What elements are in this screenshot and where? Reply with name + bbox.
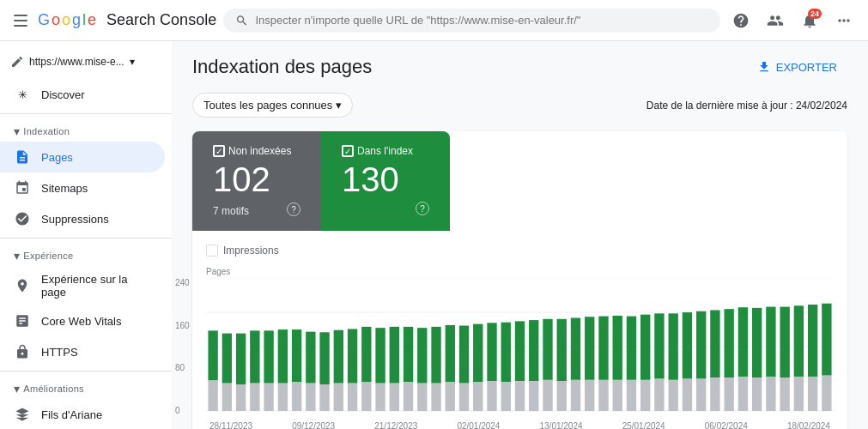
svg-rect-91: [808, 305, 817, 377]
indexed-checkbox[interactable]: ✓: [342, 145, 354, 157]
indexed-footer: ?: [342, 202, 429, 215]
svg-rect-31: [390, 327, 399, 384]
url-search-input[interactable]: [255, 14, 708, 27]
sidebar-item-discover[interactable]: ✳ Discover: [0, 79, 165, 110]
sidebar-item-sitemaps[interactable]: Sitemaps: [0, 172, 165, 203]
svg-rect-76: [696, 379, 706, 411]
svg-rect-93: [822, 304, 831, 376]
main-content: Indexation des pages EXPORTER Toutes les…: [172, 41, 868, 429]
svg-rect-49: [515, 321, 525, 381]
svg-rect-41: [459, 326, 469, 384]
svg-rect-18: [292, 382, 301, 411]
sidebar-item-experience-page-label: Expérience sur la page: [41, 273, 151, 299]
sidebar-item-sitemaps-label: Sitemaps: [41, 182, 88, 195]
svg-rect-51: [529, 320, 538, 381]
sidebar-item-https-label: HTTPS: [41, 346, 78, 359]
sidebar-item-core-web-vitals[interactable]: Core Web Vitals: [0, 305, 165, 336]
svg-rect-56: [557, 381, 567, 411]
non-indexed-footer: 7 motifs ?: [213, 202, 300, 217]
chart-area: 240 160 80 0: [206, 278, 834, 418]
svg-rect-10: [236, 384, 246, 411]
pages-filter-dropdown[interactable]: Toutes les pages connues ▾: [192, 93, 353, 118]
sidebar-item-suppressions-label: Suppressions: [41, 213, 109, 226]
download-icon: [757, 60, 771, 74]
accounts-button[interactable]: [762, 7, 789, 34]
svg-rect-78: [710, 378, 719, 411]
sidebar: https://www.mise-e... ▾ ✳ Discover ▾ Ind…: [0, 41, 172, 429]
svg-rect-34: [404, 382, 413, 411]
svg-rect-44: [473, 382, 483, 411]
svg-rect-29: [375, 328, 385, 384]
chart-y-label: Pages: [206, 267, 834, 276]
svg-rect-11: [250, 330, 259, 383]
search-icon: [235, 14, 248, 27]
svg-rect-46: [487, 381, 496, 411]
indexed-label: ✓ Dans l'index: [342, 145, 429, 157]
svg-rect-64: [613, 380, 622, 411]
sidebar-item-breadcrumb[interactable]: Fils d'Ariane: [0, 399, 165, 429]
svg-rect-85: [766, 307, 775, 377]
svg-rect-48: [501, 382, 511, 411]
y-axis-labels: 240 160 80 0: [175, 278, 190, 415]
svg-rect-37: [431, 327, 440, 384]
svg-rect-62: [598, 380, 608, 411]
non-indexed-sub: 7 motifs: [213, 205, 249, 217]
non-indexed-label: ✓ Non indexées: [213, 145, 300, 157]
svg-rect-86: [766, 377, 775, 411]
x-axis-label: 09/12/2023: [292, 421, 335, 429]
export-button[interactable]: EXPORTER: [747, 55, 847, 79]
discover-icon: ✳: [14, 86, 31, 103]
app-name-label: Search Console: [106, 11, 216, 29]
x-axis-label: 02/01/2024: [457, 421, 500, 429]
experience-page-icon: [14, 277, 31, 294]
sidebar-item-breadcrumb-label: Fils d'Ariane: [41, 408, 102, 421]
non-indexed-card: ✓ Non indexées 102 7 motifs ?: [192, 131, 321, 231]
non-indexed-value: 102: [213, 160, 300, 198]
bar-chart-svg: [206, 278, 834, 415]
account-url: https://www.mise-e...: [29, 56, 124, 68]
non-indexed-help-icon[interactable]: ?: [287, 202, 300, 216]
sidebar-item-https[interactable]: HTTPS: [0, 336, 165, 367]
url-search-bar[interactable]: [223, 9, 720, 33]
svg-rect-77: [710, 310, 719, 378]
svg-rect-92: [808, 377, 817, 411]
svg-rect-21: [319, 332, 329, 384]
svg-rect-19: [306, 332, 315, 384]
svg-rect-63: [613, 316, 622, 380]
sidebar-item-suppressions[interactable]: Suppressions: [0, 203, 165, 234]
svg-rect-69: [654, 313, 664, 378]
impressions-checkbox[interactable]: [206, 245, 218, 257]
svg-rect-27: [361, 327, 371, 383]
menu-button[interactable]: [10, 10, 31, 31]
svg-rect-81: [738, 307, 748, 377]
svg-rect-75: [696, 311, 706, 379]
topbar-icons: 24: [727, 7, 858, 34]
notifications-button[interactable]: 24: [796, 7, 823, 34]
sidebar-item-pages[interactable]: Pages: [0, 142, 165, 172]
account-dropdown-arrow[interactable]: ▾: [130, 56, 135, 68]
x-axis-label: 28/11/2023: [209, 421, 252, 429]
indexed-card: ✓ Dans l'index 130 ?: [321, 131, 450, 231]
suppressions-icon: [14, 210, 31, 227]
svg-rect-84: [752, 378, 762, 411]
svg-rect-94: [822, 376, 831, 411]
sidebar-item-discover-label: Discover: [41, 88, 85, 101]
sidebar-item-experience-page[interactable]: Expérience sur la page: [0, 266, 165, 305]
apps-button[interactable]: [830, 7, 858, 34]
stats-chart-panel: ✓ Non indexées 102 7 motifs ? ✓ Dans l'i…: [192, 131, 847, 429]
pages-icon: [14, 148, 31, 166]
non-indexed-checkbox[interactable]: ✓: [213, 145, 225, 157]
sidebar-divider-2: [0, 238, 172, 239]
svg-rect-23: [334, 330, 343, 384]
help-button[interactable]: [727, 7, 755, 34]
account-selector[interactable]: https://www.mise-e... ▾: [0, 48, 172, 76]
indexed-help-icon[interactable]: ?: [416, 202, 429, 215]
x-axis-label: 18/02/2024: [787, 421, 830, 429]
svg-rect-67: [640, 315, 650, 380]
google-logo: Google: [38, 11, 96, 29]
svg-rect-80: [724, 378, 733, 411]
svg-rect-79: [724, 309, 733, 378]
svg-rect-9: [236, 334, 246, 384]
svg-rect-90: [794, 377, 804, 411]
svg-rect-66: [627, 380, 636, 411]
